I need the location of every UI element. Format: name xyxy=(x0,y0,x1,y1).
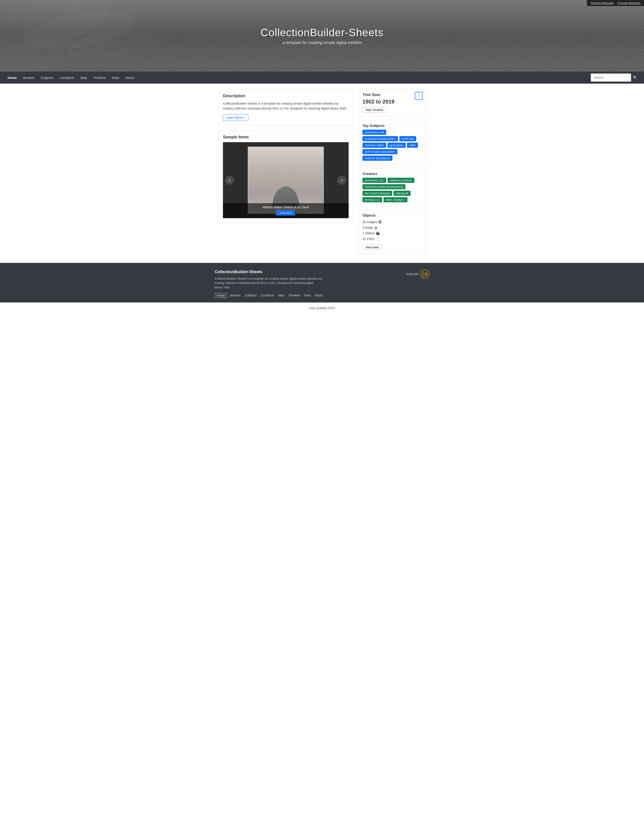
objects-images: 32 Images 🖼 xyxy=(362,219,422,225)
svg-rect-3 xyxy=(284,151,319,187)
objects-videos-label: 1 Videos xyxy=(362,230,375,236)
carousel-caption-text: William Walter DeBolt at his Desk xyxy=(263,205,309,209)
svg-point-17 xyxy=(283,172,285,174)
video-icon: 🎬 xyxy=(376,230,380,236)
objects-heading: Objects xyxy=(362,213,422,218)
audio-icon: 🔊 xyxy=(374,225,378,230)
tag-zalmanoff[interactable]: zalmanoff xyxy=(394,191,410,196)
footer-nav-home[interactable]: Home xyxy=(215,293,227,298)
tag-god-power[interactable]: god-power xyxy=(388,142,405,148)
top-subjects-tags: psychiana staff psychiana headquarters w… xyxy=(362,130,422,161)
nav-browse[interactable]: Browse xyxy=(20,72,38,83)
footer-nav-map[interactable]: Map xyxy=(277,293,285,298)
svg-rect-20 xyxy=(290,185,299,189)
time-span-card: Time Span 1902 to 2019 View Timeline ↑ xyxy=(359,89,426,117)
sample-items-heading: Sample Items xyxy=(223,135,349,139)
svg-rect-4 xyxy=(286,152,317,174)
creators-heading: Creators xyxy=(362,172,422,176)
view-table-button[interactable]: View table xyxy=(362,245,382,250)
view-item-button[interactable]: View Item xyxy=(276,210,296,216)
tag-tenney[interactable]: tenney, c.w. xyxy=(362,197,382,202)
description-heading: Description xyxy=(223,94,349,98)
svg-point-15 xyxy=(281,167,290,172)
creators-tags: psychiana, inc. robinson, frank b. north… xyxy=(362,178,422,202)
admin-bar: Refresh Metadata Change Metadata xyxy=(587,0,644,6)
search-input[interactable] xyxy=(591,74,631,82)
right-column: Time Span 1902 to 2019 View Timeline ↑ T… xyxy=(359,89,426,258)
refresh-metadata-link[interactable]: Refresh Metadata xyxy=(591,2,614,5)
view-timeline-button[interactable]: View Timeline xyxy=(362,107,386,113)
built-with-label: built with xyxy=(407,272,418,276)
tag-spirit-god[interactable]: spirit of god, god-power xyxy=(362,149,397,154)
nav-locations[interactable]: Locations xyxy=(56,72,77,83)
tag-material-abundance[interactable]: material abundance xyxy=(362,155,392,161)
time-span-heading: Time Span xyxy=(362,93,422,97)
search-icon: 🔍 xyxy=(633,75,638,80)
nav-subjects[interactable]: Subjects xyxy=(38,72,57,83)
objects-list: 32 Images 🖼 3 Audio 🔊 1 Videos 🎬 31 PDFs… xyxy=(362,219,422,242)
tag-moscow-idaho[interactable]: moscow, idaho xyxy=(362,142,386,148)
footer-brand: CollectionBuilder-Sheets xyxy=(215,270,324,274)
footer-built-with: built with {ɔ} xyxy=(407,270,429,278)
footer-nav: Home Browse Subjects Locations Map Timel… xyxy=(215,293,324,298)
svg-rect-10 xyxy=(261,187,310,191)
footer-nav-subjects[interactable]: Subjects xyxy=(244,293,258,298)
nav-data[interactable]: Data xyxy=(109,72,122,83)
hero-content: CollectionBuilder-Sheets a template for … xyxy=(261,26,383,45)
nav-timeline[interactable]: Timeline xyxy=(90,72,109,83)
objects-audio: 3 Audio 🔊 xyxy=(362,225,422,230)
nav-links: Home Browse Subjects Locations Map Timel… xyxy=(5,72,591,83)
description-text: CollectionBuilder-Sheets is a template f… xyxy=(223,101,349,111)
svg-point-14 xyxy=(281,168,290,179)
tag-hitler[interactable]: hitler xyxy=(407,142,418,148)
footer-nav-browse[interactable]: Browse xyxy=(229,293,242,298)
sample-items-card: Sample Items ‹ xyxy=(218,130,353,223)
footer-left: CollectionBuilder-Sheets CollectionBuild… xyxy=(215,270,324,298)
tag-psychiana-hq[interactable]: psychiana headquarters xyxy=(362,136,398,141)
footer-dark-inner: CollectionBuilder-Sheets CollectionBuild… xyxy=(215,270,429,298)
nav-map[interactable]: Map xyxy=(77,72,90,83)
tag-izzard[interactable]: the izzard company xyxy=(362,191,392,196)
objects-pdfs-label: 31 PDFs xyxy=(362,236,375,242)
creators-card: Creators psychiana, inc. robinson, frank… xyxy=(359,168,426,206)
main-navbar: Home Browse Subjects Locations Map Timel… xyxy=(0,72,644,83)
search-box: 🔍 xyxy=(591,74,639,82)
arrow-up-icon: ↑ xyxy=(418,94,420,98)
carousel-next-button[interactable]: › xyxy=(337,176,346,185)
footer-dark: CollectionBuilder-Sheets CollectionBuild… xyxy=(0,263,644,303)
tag-allen[interactable]: allen, marilyn r. xyxy=(383,197,407,202)
tag-psychiana-staff[interactable]: psychiana staff xyxy=(362,130,386,135)
change-metadata-link[interactable]: Change Metadata xyxy=(617,2,641,5)
nav-about[interactable]: About xyxy=(122,72,137,83)
objects-videos: 1 Videos 🎬 xyxy=(362,230,422,236)
scroll-top-button[interactable]: ↑ xyxy=(415,92,423,100)
search-button[interactable]: 🔍 xyxy=(631,74,639,82)
svg-rect-1 xyxy=(248,147,324,191)
svg-rect-19 xyxy=(275,183,284,188)
hero-section: CollectionBuilder-Sheets a template for … xyxy=(0,0,644,72)
main-content: Description CollectionBuilder-Sheets is … xyxy=(215,83,429,263)
objects-images-label: 32 Images xyxy=(362,219,377,225)
tag-robinson-frank[interactable]: robinson, frank b. xyxy=(388,178,414,183)
svg-point-18 xyxy=(287,172,288,174)
svg-rect-2 xyxy=(253,151,279,187)
tag-northwest-public[interactable]: northwest public broadcasting xyxy=(362,184,405,189)
image-icon: 🖼 xyxy=(378,219,381,225)
carousel-prev-button[interactable]: ‹ xyxy=(225,176,234,185)
svg-marker-16 xyxy=(285,179,287,185)
carousel-caption: William Walter DeBolt at his Desk View I… xyxy=(223,203,349,218)
time-span-value: 1902 to 2019 xyxy=(362,99,422,105)
tag-psychiana-inc[interactable]: psychiana, inc. xyxy=(362,178,386,183)
nav-home[interactable]: Home xyxy=(5,72,20,83)
footer-nav-locations[interactable]: Locations xyxy=(260,293,275,298)
site-subtitle: a template for creating simple digital e… xyxy=(261,40,383,45)
footer-nav-timeline[interactable]: Timeline xyxy=(287,293,301,298)
footer-nav-about[interactable]: About xyxy=(314,293,324,298)
pdf-icon: 📄 xyxy=(376,236,380,242)
learn-more-button[interactable]: Learn More » xyxy=(223,114,248,121)
site-title: CollectionBuilder-Sheets xyxy=(261,26,383,39)
footer-nav-data[interactable]: Data xyxy=(303,293,311,298)
tag-world-war[interactable]: world war xyxy=(399,136,417,141)
description-card: Description CollectionBuilder-Sheets is … xyxy=(218,89,353,126)
objects-card: Objects 32 Images 🖼 3 Audio 🔊 1 Videos 🎬… xyxy=(359,210,426,254)
